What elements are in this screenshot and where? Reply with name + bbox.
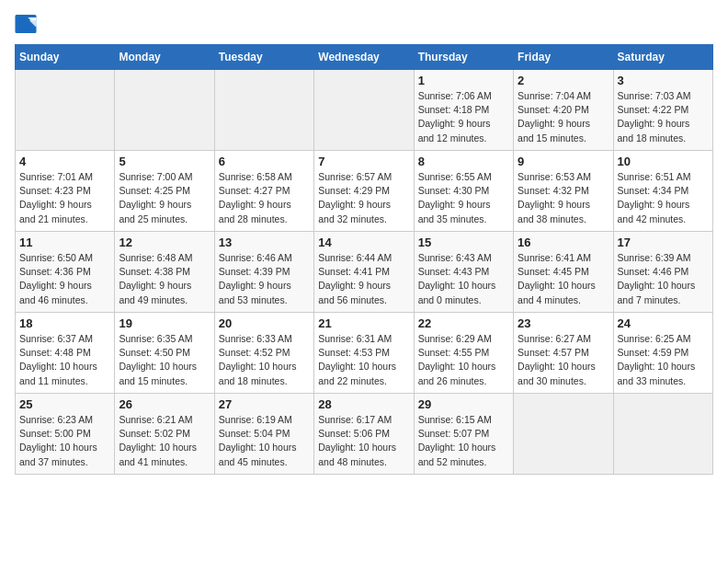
page-header	[15, 15, 713, 33]
day-info: Sunrise: 6:31 AM Sunset: 4:53 PM Dayligh…	[318, 332, 409, 388]
calendar-cell: 21Sunrise: 6:31 AM Sunset: 4:53 PM Dayli…	[314, 313, 414, 394]
day-info: Sunrise: 6:48 AM Sunset: 4:38 PM Dayligh…	[119, 251, 210, 307]
day-info: Sunrise: 6:33 AM Sunset: 4:52 PM Dayligh…	[219, 332, 310, 388]
calendar-cell: 14Sunrise: 6:44 AM Sunset: 4:41 PM Dayli…	[314, 232, 414, 313]
day-of-week-header: Sunday	[16, 45, 115, 70]
calendar-week-row: 25Sunrise: 6:23 AM Sunset: 5:00 PM Dayli…	[16, 394, 713, 475]
day-info: Sunrise: 7:03 AM Sunset: 4:22 PM Dayligh…	[618, 89, 709, 145]
day-info: Sunrise: 6:46 AM Sunset: 4:39 PM Dayligh…	[219, 251, 310, 307]
calendar-week-row: 18Sunrise: 6:37 AM Sunset: 4:48 PM Dayli…	[16, 313, 713, 394]
day-number: 27	[219, 397, 310, 411]
calendar-cell: 28Sunrise: 6:17 AM Sunset: 5:06 PM Dayli…	[314, 394, 414, 475]
day-info: Sunrise: 7:04 AM Sunset: 4:20 PM Dayligh…	[518, 89, 609, 145]
day-number: 21	[318, 316, 409, 330]
day-number: 15	[418, 236, 509, 249]
calendar-cell: 27Sunrise: 6:19 AM Sunset: 5:04 PM Dayli…	[214, 394, 313, 475]
calendar-week-row: 11Sunrise: 6:50 AM Sunset: 4:36 PM Dayli…	[16, 232, 713, 313]
calendar-cell: 23Sunrise: 6:27 AM Sunset: 4:57 PM Dayli…	[514, 313, 613, 394]
calendar-header-row: SundayMondayTuesdayWednesdayThursdayFrid…	[16, 45, 713, 70]
day-number: 20	[219, 316, 310, 330]
day-number: 8	[418, 155, 509, 168]
day-info: Sunrise: 6:55 AM Sunset: 4:30 PM Dayligh…	[418, 170, 509, 226]
day-info: Sunrise: 7:01 AM Sunset: 4:23 PM Dayligh…	[19, 170, 110, 226]
calendar-cell: 3Sunrise: 7:03 AM Sunset: 4:22 PM Daylig…	[613, 70, 712, 151]
calendar-cell: 6Sunrise: 6:58 AM Sunset: 4:27 PM Daylig…	[214, 151, 313, 232]
calendar-cell: 17Sunrise: 6:39 AM Sunset: 4:46 PM Dayli…	[613, 232, 712, 313]
day-info: Sunrise: 6:39 AM Sunset: 4:46 PM Dayligh…	[618, 251, 709, 307]
calendar-cell: 8Sunrise: 6:55 AM Sunset: 4:30 PM Daylig…	[414, 151, 513, 232]
calendar-cell	[613, 394, 712, 475]
calendar-cell: 25Sunrise: 6:23 AM Sunset: 5:00 PM Dayli…	[16, 394, 115, 475]
day-info: Sunrise: 6:23 AM Sunset: 5:00 PM Dayligh…	[19, 413, 110, 469]
day-number: 16	[518, 236, 609, 249]
day-info: Sunrise: 6:43 AM Sunset: 4:43 PM Dayligh…	[418, 251, 509, 307]
calendar-cell	[16, 70, 115, 151]
day-info: Sunrise: 7:06 AM Sunset: 4:18 PM Dayligh…	[418, 89, 509, 145]
day-number: 26	[119, 397, 210, 411]
calendar-cell: 2Sunrise: 7:04 AM Sunset: 4:20 PM Daylig…	[514, 70, 613, 151]
day-number: 5	[119, 155, 210, 168]
day-info: Sunrise: 6:51 AM Sunset: 4:34 PM Dayligh…	[618, 170, 709, 226]
calendar-cell: 19Sunrise: 6:35 AM Sunset: 4:50 PM Dayli…	[115, 313, 214, 394]
calendar-cell	[514, 394, 613, 475]
day-number: 2	[518, 74, 609, 87]
day-info: Sunrise: 6:41 AM Sunset: 4:45 PM Dayligh…	[518, 251, 609, 307]
day-number: 23	[518, 316, 609, 330]
day-number: 29	[418, 397, 509, 411]
calendar-cell: 26Sunrise: 6:21 AM Sunset: 5:02 PM Dayli…	[115, 394, 214, 475]
calendar-week-row: 1Sunrise: 7:06 AM Sunset: 4:18 PM Daylig…	[16, 70, 713, 151]
calendar-cell	[314, 70, 414, 151]
day-number: 4	[19, 155, 110, 168]
calendar-cell: 16Sunrise: 6:41 AM Sunset: 4:45 PM Dayli…	[514, 232, 613, 313]
calendar-cell: 13Sunrise: 6:46 AM Sunset: 4:39 PM Dayli…	[214, 232, 313, 313]
day-number: 1	[418, 74, 509, 87]
day-info: Sunrise: 6:53 AM Sunset: 4:32 PM Dayligh…	[518, 170, 609, 226]
day-info: Sunrise: 6:15 AM Sunset: 5:07 PM Dayligh…	[418, 413, 509, 469]
calendar-cell: 9Sunrise: 6:53 AM Sunset: 4:32 PM Daylig…	[514, 151, 613, 232]
calendar-cell: 1Sunrise: 7:06 AM Sunset: 4:18 PM Daylig…	[414, 70, 513, 151]
calendar-cell: 5Sunrise: 7:00 AM Sunset: 4:25 PM Daylig…	[115, 151, 214, 232]
calendar-cell: 20Sunrise: 6:33 AM Sunset: 4:52 PM Dayli…	[214, 313, 313, 394]
day-info: Sunrise: 6:29 AM Sunset: 4:55 PM Dayligh…	[418, 332, 509, 388]
day-number: 12	[119, 236, 210, 249]
day-info: Sunrise: 6:21 AM Sunset: 5:02 PM Dayligh…	[119, 413, 210, 469]
day-number: 17	[618, 236, 709, 249]
day-info: Sunrise: 6:25 AM Sunset: 4:59 PM Dayligh…	[618, 332, 709, 388]
day-of-week-header: Tuesday	[214, 45, 313, 70]
calendar-cell: 7Sunrise: 6:57 AM Sunset: 4:29 PM Daylig…	[314, 151, 414, 232]
day-info: Sunrise: 6:37 AM Sunset: 4:48 PM Dayligh…	[19, 332, 110, 388]
day-info: Sunrise: 7:00 AM Sunset: 4:25 PM Dayligh…	[119, 170, 210, 226]
calendar-cell	[115, 70, 214, 151]
day-number: 14	[318, 236, 409, 249]
calendar-cell: 24Sunrise: 6:25 AM Sunset: 4:59 PM Dayli…	[613, 313, 712, 394]
day-number: 9	[518, 155, 609, 168]
calendar-cell: 15Sunrise: 6:43 AM Sunset: 4:43 PM Dayli…	[414, 232, 513, 313]
day-number: 10	[618, 155, 709, 168]
day-of-week-header: Saturday	[613, 45, 712, 70]
calendar-cell: 12Sunrise: 6:48 AM Sunset: 4:38 PM Dayli…	[115, 232, 214, 313]
day-number: 19	[119, 316, 210, 330]
calendar-table: SundayMondayTuesdayWednesdayThursdayFrid…	[15, 44, 713, 475]
calendar-cell	[214, 70, 313, 151]
calendar-cell: 18Sunrise: 6:37 AM Sunset: 4:48 PM Dayli…	[16, 313, 115, 394]
day-info: Sunrise: 6:50 AM Sunset: 4:36 PM Dayligh…	[19, 251, 110, 307]
day-of-week-header: Wednesday	[314, 45, 414, 70]
day-of-week-header: Monday	[115, 45, 214, 70]
day-info: Sunrise: 6:57 AM Sunset: 4:29 PM Dayligh…	[318, 170, 409, 226]
day-info: Sunrise: 6:58 AM Sunset: 4:27 PM Dayligh…	[219, 170, 310, 226]
day-number: 11	[19, 236, 110, 249]
day-number: 13	[219, 236, 310, 249]
day-of-week-header: Thursday	[414, 45, 513, 70]
day-number: 28	[318, 397, 409, 411]
day-info: Sunrise: 6:17 AM Sunset: 5:06 PM Dayligh…	[318, 413, 409, 469]
day-number: 24	[618, 316, 709, 330]
calendar-cell: 11Sunrise: 6:50 AM Sunset: 4:36 PM Dayli…	[16, 232, 115, 313]
day-of-week-header: Friday	[514, 45, 613, 70]
day-number: 22	[418, 316, 509, 330]
day-number: 3	[618, 74, 709, 87]
day-number: 25	[19, 397, 110, 411]
day-info: Sunrise: 6:35 AM Sunset: 4:50 PM Dayligh…	[119, 332, 210, 388]
logo-icon	[15, 15, 37, 33]
day-info: Sunrise: 6:27 AM Sunset: 4:57 PM Dayligh…	[518, 332, 609, 388]
day-number: 6	[219, 155, 310, 168]
